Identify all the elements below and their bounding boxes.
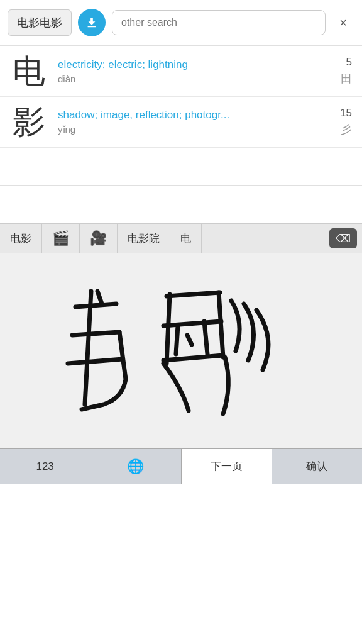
download-button[interactable] xyxy=(78,9,106,36)
suggestion-bar: 电影 🎬 🎥 电影院 电 ⌫ xyxy=(0,223,362,253)
top-bar: 电影电影 × xyxy=(0,0,362,46)
char-pinyin-ying: yǐng xyxy=(58,124,330,135)
other-search-input[interactable] xyxy=(112,10,326,35)
char-info-ying: shadow; image, reflection; photogr... yǐ… xyxy=(58,109,330,135)
char-radical-ying: 彡 xyxy=(341,122,352,137)
close-button[interactable]: × xyxy=(332,11,354,34)
char-row-dian[interactable]: 电 electricity; electric; lightning diàn … xyxy=(0,46,362,97)
globe-icon: 🌐 xyxy=(127,458,144,475)
char-row-ying[interactable]: 影 shadow; image, reflection; photogr... … xyxy=(0,97,362,148)
char-strokes-dian: 5 xyxy=(346,56,352,69)
character-list: 电 electricity; electric; lightning diàn … xyxy=(0,46,362,148)
char-meaning-dian: electricity; electric; lightning xyxy=(58,58,331,71)
key-123[interactable]: 123 xyxy=(0,449,90,484)
handwriting-area[interactable] xyxy=(0,253,362,448)
char-pinyin-dian: diàn xyxy=(58,74,331,84)
suggestion-dian[interactable]: 电 xyxy=(170,224,202,253)
download-icon xyxy=(85,16,99,30)
char-glyph-ying: 影 xyxy=(10,106,48,138)
char-meta-ying: 15 彡 xyxy=(340,107,352,137)
bottom-bar: 123 🌐 下一页 确认 xyxy=(0,448,362,484)
delete-suggestion-button[interactable]: ⌫ xyxy=(329,228,357,248)
key-confirm[interactable]: 确认 xyxy=(272,449,362,484)
handwriting-canvas xyxy=(0,253,362,448)
search-tag[interactable]: 电影电影 xyxy=(8,9,72,36)
char-info-dian: electricity; electric; lightning diàn xyxy=(58,58,331,84)
char-meaning-ying: shadow; image, reflection; photogr... xyxy=(58,109,330,121)
key-globe[interactable]: 🌐 xyxy=(90,449,181,484)
key-next-page[interactable]: 下一页 xyxy=(182,449,272,484)
suggestion-camera[interactable]: 🎥 xyxy=(80,224,118,253)
suggestion-dianyingyuan[interactable]: 电影院 xyxy=(118,224,170,253)
char-strokes-ying: 15 xyxy=(340,107,352,119)
suggestion-dianying[interactable]: 电影 xyxy=(0,224,42,253)
char-meta-dian: 5 田 xyxy=(341,56,352,86)
divider-area-2 xyxy=(0,186,362,223)
char-glyph-dian: 电 xyxy=(10,55,48,87)
suggestion-clapperboard[interactable]: 🎬 xyxy=(42,224,80,253)
divider-area-1 xyxy=(0,148,362,186)
char-radical-dian: 田 xyxy=(341,71,352,86)
